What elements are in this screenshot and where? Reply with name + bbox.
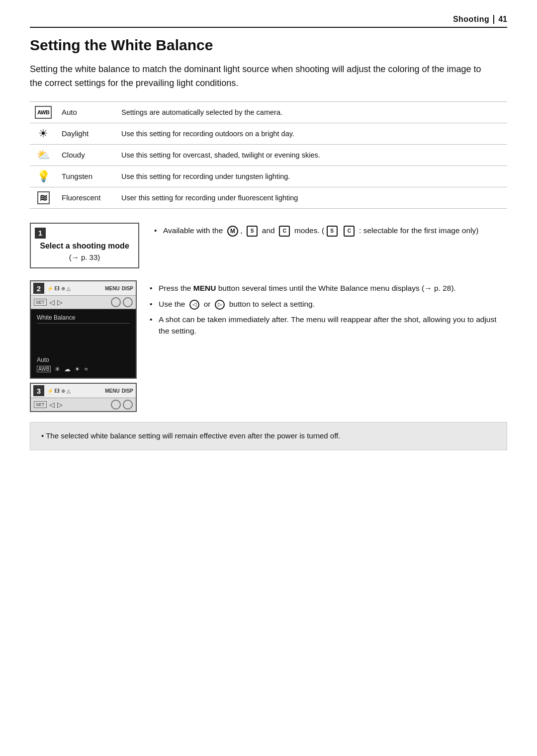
- table-row: 💡 Tungsten Use this setting for recordin…: [30, 166, 507, 187]
- circle-btn3-1: [111, 400, 121, 410]
- step2-bullet-list: Press the MENU button several times unti…: [150, 282, 507, 336]
- step1-body: Select a shooting mode (→ p. 33): [31, 239, 138, 268]
- disp-label: DISP: [122, 286, 133, 291]
- list-item: Use the ◁ or ▷ button to select a settin…: [150, 298, 507, 310]
- table-cell-icon: AWB: [30, 101, 57, 123]
- mode-m-icon: M: [227, 226, 238, 237]
- table-cell-name: Fluorescent: [57, 187, 116, 208]
- table-cell-desc: User this setting for recording under fl…: [116, 187, 507, 208]
- page-title: Setting the White Balance: [30, 37, 507, 54]
- camera-top-icons: ⚡ 🎞 ⊕ △: [47, 286, 71, 291]
- wb-sun-icon: ✳: [55, 365, 60, 373]
- camera-screen-body: White Balance Auto AWB ✳ ☁ ✴ ≈: [31, 309, 136, 378]
- table-row: ☀ Daylight Use this setting for recordin…: [30, 123, 507, 144]
- list-item: Press the MENU button several times unti…: [150, 282, 507, 294]
- set-button3: SET: [34, 401, 47, 408]
- table-cell-icon: ⛅: [30, 144, 57, 166]
- list-item: Available with the M , S and C modes. ( …: [154, 225, 507, 237]
- menu-bold: MENU: [193, 284, 216, 292]
- table-cell-desc: Use this setting for recording under tun…: [116, 166, 507, 187]
- circle-btns: [111, 297, 133, 307]
- cloudy-icon: ⛅: [37, 149, 50, 161]
- wb-bulb-icon: ✴: [75, 365, 80, 373]
- camera-topbar: 2 ⚡ 🎞 ⊕ △ MENU DISP: [31, 281, 136, 296]
- page-header: Shooting 41: [30, 15, 507, 28]
- step2-number: 2: [33, 283, 44, 294]
- disp-label2: DISP: [122, 388, 133, 394]
- header-separator: [493, 15, 494, 24]
- mode-c-icon: C: [279, 226, 290, 237]
- table-cell-icon: ☀: [30, 123, 57, 144]
- menu-label: MENU: [105, 286, 119, 291]
- mode-s2-icon: S: [327, 226, 338, 237]
- camera3-top-icons: ⚡ 🎞 ⊕ △: [47, 388, 71, 394]
- camera3-topbar: 3 ⚡ 🎞 ⊕ △ MENU DISP: [31, 384, 136, 398]
- table-cell-name: Daylight: [57, 123, 116, 144]
- and-text: and: [262, 226, 275, 235]
- page-number: 41: [498, 15, 507, 24]
- triangle-icon: △: [67, 286, 71, 291]
- step2-section: 2 ⚡ 🎞 ⊕ △ MENU DISP SET ◁: [30, 280, 507, 412]
- camera-auto-text: Auto: [37, 356, 130, 363]
- left-btn-icon: ◁: [189, 300, 199, 310]
- rotate-icon: ⊕: [61, 286, 65, 291]
- table-cell-desc: Settings are automatically selected by t…: [116, 101, 507, 123]
- film-icon2: 🎞: [55, 388, 60, 394]
- camera-wb-label: White Balance: [37, 314, 130, 324]
- step1-ref: (→ p. 33): [36, 253, 133, 261]
- page: Shooting 41 Setting the White Balance Se…: [0, 0, 537, 756]
- step3-camera-screen: 3 ⚡ 🎞 ⊕ △ MENU DISP SET ◁: [30, 383, 137, 412]
- table-cell-icon: ≋: [30, 187, 57, 208]
- screen-spacer: [30, 379, 137, 383]
- lightning-icon: ⚡: [47, 286, 53, 291]
- daylight-icon: ☀: [38, 127, 48, 140]
- rotate-icon2: ⊕: [61, 388, 65, 394]
- table-cell-name: Tungsten: [57, 166, 116, 187]
- list-item: A shot can be taken immediately after. T…: [150, 314, 507, 337]
- lightning-icon2: ⚡: [47, 388, 53, 394]
- tungsten-icon: 💡: [37, 170, 50, 182]
- step1-title: Select a shooting mode: [36, 241, 133, 252]
- note-text: • The selected white balance setting wil…: [41, 430, 496, 442]
- step3-number: 3: [33, 385, 44, 396]
- step1-bullet-list: Available with the M , S and C modes. ( …: [154, 225, 507, 237]
- step2-camera-screens: 2 ⚡ 🎞 ⊕ △ MENU DISP SET ◁: [30, 280, 137, 412]
- note-box: • The selected white balance setting wil…: [30, 422, 507, 450]
- wb-table: AWB Auto Settings are automatically sele…: [30, 101, 507, 209]
- circle-btn-1: [111, 297, 121, 307]
- set-button: SET: [34, 299, 47, 306]
- camera3-btn-row: SET ◁ ▷: [31, 398, 136, 411]
- step2-camera-screen: 2 ⚡ 🎞 ⊕ △ MENU DISP SET ◁: [30, 280, 137, 379]
- triangle-icon2: △: [67, 388, 71, 394]
- menu-disp-label: MENU DISP: [105, 286, 133, 291]
- camera-blank-area: [37, 327, 130, 356]
- step1-section: 1 Select a shooting mode (→ p. 33) Avail…: [30, 223, 507, 269]
- right-nav-icon3: ▷: [57, 401, 63, 409]
- camera-btn-row: SET ◁ ▷: [31, 296, 136, 309]
- table-cell-icon: 💡: [30, 166, 57, 187]
- step1-box: 1 Select a shooting mode (→ p. 33): [30, 223, 139, 269]
- menu-label2: MENU: [105, 388, 119, 394]
- circle-btn-2: [123, 297, 133, 307]
- table-cell-desc: Use this setting for recording outdoors …: [116, 123, 507, 144]
- table-cell-name: Auto: [57, 101, 116, 123]
- circle-btns3: [111, 400, 133, 410]
- step1-bullets: Available with the M , S and C modes. ( …: [154, 223, 507, 241]
- table-cell-desc: Use this setting for overcast, shaded, t…: [116, 144, 507, 166]
- film-icon: 🎞: [55, 286, 60, 291]
- table-row: ≋ Fluorescent User this setting for reco…: [30, 187, 507, 208]
- intro-paragraph: Setting the white balance to match the d…: [30, 63, 487, 90]
- camera-wb-icons-row: AWB ✳ ☁ ✴ ≈: [37, 365, 130, 373]
- wb-auto-icon: AWB: [37, 366, 51, 372]
- wb-cloud-icon: ☁: [64, 365, 71, 373]
- left-nav-icon3: ◁: [49, 401, 55, 409]
- right-btn-icon: ▷: [215, 300, 225, 310]
- left-nav-icon: ◁: [49, 298, 55, 306]
- fluorescent-icon: ≋: [37, 191, 50, 204]
- menu-disp-label2: MENU DISP: [105, 388, 133, 394]
- step1-number: 1: [35, 228, 46, 239]
- auto-wb-icon: AWB: [35, 106, 52, 119]
- section-label: Shooting: [453, 15, 489, 24]
- step2-bullets-area: Press the MENU button several times unti…: [150, 280, 507, 340]
- right-nav-icon: ▷: [57, 298, 63, 306]
